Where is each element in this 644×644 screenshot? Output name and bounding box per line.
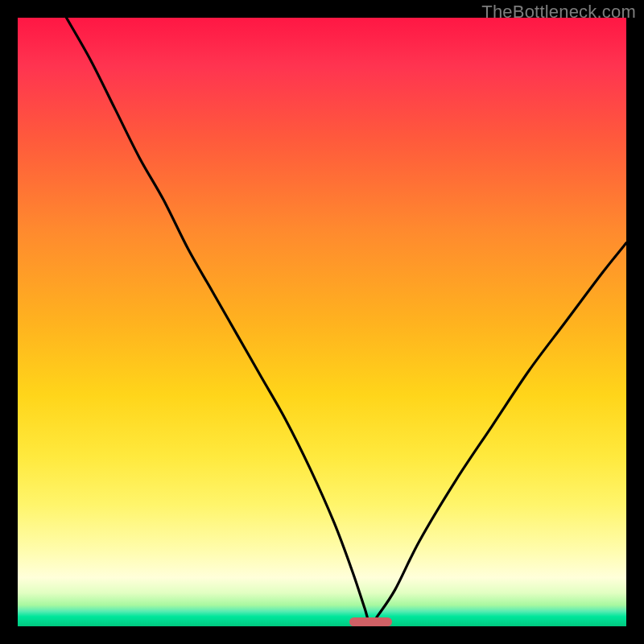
plot-area xyxy=(18,18,626,626)
bottleneck-curve xyxy=(66,18,626,626)
chart-frame xyxy=(18,18,626,626)
curve-layer xyxy=(18,18,626,626)
bottleneck-marker xyxy=(349,617,392,626)
